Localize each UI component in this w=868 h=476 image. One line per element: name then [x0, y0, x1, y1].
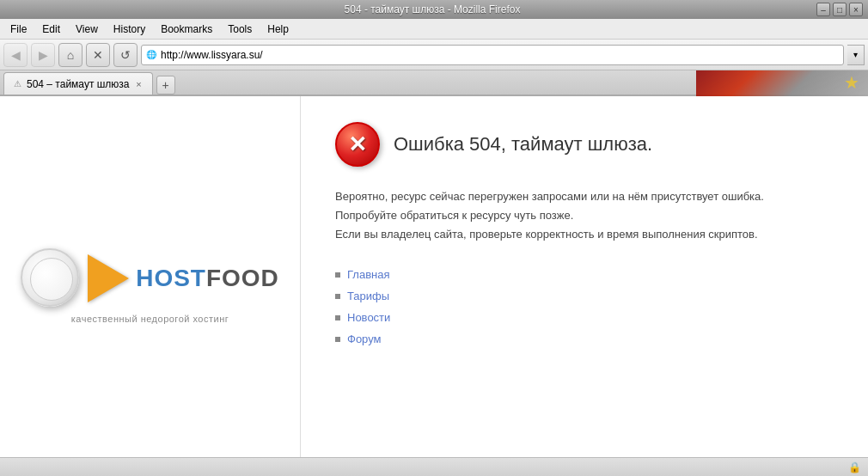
- menu-edit[interactable]: Edit: [35, 21, 67, 37]
- address-bar[interactable]: 🌐: [141, 45, 844, 65]
- decorative-banner: ★: [696, 70, 868, 96]
- error-links-list: Главная Тарифы Новости Форум: [335, 268, 834, 345]
- forward-button[interactable]: ▶: [31, 43, 55, 67]
- titlebar: 504 - таймаут шлюза - Mozilla Firefox – …: [0, 0, 868, 19]
- tab-label: 504 – таймаут шлюза: [27, 78, 130, 90]
- error-header: ✕ Ошибка 504, таймаут шлюза.: [335, 122, 834, 167]
- left-panel: HOSTFOOD качественный недорогой хостинг: [0, 96, 301, 476]
- link-tarify[interactable]: Тарифы: [347, 290, 389, 302]
- logo-image: HOSTFOOD: [21, 248, 279, 308]
- stop-button[interactable]: ✕: [86, 43, 110, 67]
- menubar: File Edit View History Bookmarks Tools H…: [0, 19, 868, 40]
- bullet-icon: [335, 294, 340, 299]
- right-panel: ✕ Ошибка 504, таймаут шлюза. Вероятно, р…: [301, 96, 868, 476]
- statusbar: 🔒: [0, 457, 868, 476]
- menu-help[interactable]: Help: [260, 21, 296, 37]
- home-button[interactable]: ⌂: [58, 43, 83, 67]
- link-glavnaya[interactable]: Главная: [347, 268, 389, 281]
- error-icon: ✕: [335, 122, 380, 167]
- menu-bookmarks[interactable]: Bookmarks: [154, 21, 219, 37]
- tab-close-button[interactable]: ×: [133, 78, 145, 90]
- new-tab-button[interactable]: +: [156, 76, 175, 95]
- content-layout: HOSTFOOD качественный недорогой хостинг …: [0, 96, 868, 476]
- tab-favicon: ⚠: [11, 78, 23, 90]
- logo-area: HOSTFOOD качественный недорогой хостинг: [21, 248, 279, 324]
- close-button[interactable]: ×: [849, 3, 863, 16]
- maximize-button[interactable]: □: [833, 3, 847, 16]
- menu-history[interactable]: History: [107, 21, 152, 37]
- menu-view[interactable]: View: [69, 21, 105, 37]
- list-item: Тарифы: [335, 290, 834, 302]
- error-desc-line1: Вероятно, ресурс сейчас перегружен запро…: [335, 187, 834, 206]
- logo-text: HOSTFOOD: [136, 265, 279, 292]
- error-desc-line3: Если вы владелец сайта, проверьте коррек…: [335, 225, 834, 244]
- plate-inner: [30, 258, 73, 301]
- logo-tagline: качественный недорогой хостинг: [71, 314, 229, 324]
- list-item: Главная: [335, 268, 834, 281]
- back-button[interactable]: ◀: [3, 43, 28, 67]
- security-icon: 🔒: [847, 461, 861, 474]
- toolbar: ◀ ▶ ⌂ ✕ ↺ 🌐 ▾: [0, 40, 868, 70]
- page-content: HOSTFOOD качественный недорогой хостинг …: [0, 96, 868, 476]
- bullet-icon: [335, 337, 340, 342]
- error-desc-line2: Попробуйте обратиться к ресурсу чуть поз…: [335, 206, 834, 225]
- reload-button[interactable]: ↺: [113, 43, 138, 67]
- error-x-icon: ✕: [348, 133, 367, 156]
- address-input[interactable]: [161, 49, 840, 61]
- link-forum[interactable]: Форум: [347, 333, 382, 345]
- window-title: 504 - таймаут шлюза - Mozilla Firefox: [48, 3, 816, 15]
- logo-plate: [21, 248, 81, 308]
- menu-tools[interactable]: Tools: [221, 21, 259, 37]
- active-tab[interactable]: ⚠ 504 – таймаут шлюза ×: [3, 72, 153, 95]
- address-dropdown-button[interactable]: ▾: [847, 45, 865, 65]
- list-item: Форум: [335, 333, 834, 345]
- bullet-icon: [335, 272, 340, 278]
- link-novosti[interactable]: Новости: [347, 311, 390, 324]
- window-controls[interactable]: – □ ×: [816, 3, 863, 16]
- error-description: Вероятно, ресурс сейчас перегружен запро…: [335, 187, 834, 244]
- logo-arrow-icon: [88, 254, 129, 302]
- logo-host: HOST: [136, 265, 206, 291]
- address-favicon: 🌐: [145, 49, 157, 61]
- bullet-icon: [335, 315, 340, 320]
- list-item: Новости: [335, 311, 834, 324]
- logo-food: FOOD: [206, 265, 279, 291]
- tab-area: ⚠ 504 – таймаут шлюза × + ★: [0, 70, 868, 96]
- error-title: Ошибка 504, таймаут шлюза.: [394, 133, 652, 156]
- menu-file[interactable]: File: [3, 21, 34, 37]
- plate-circle: [21, 248, 79, 307]
- minimize-button[interactable]: –: [816, 3, 830, 16]
